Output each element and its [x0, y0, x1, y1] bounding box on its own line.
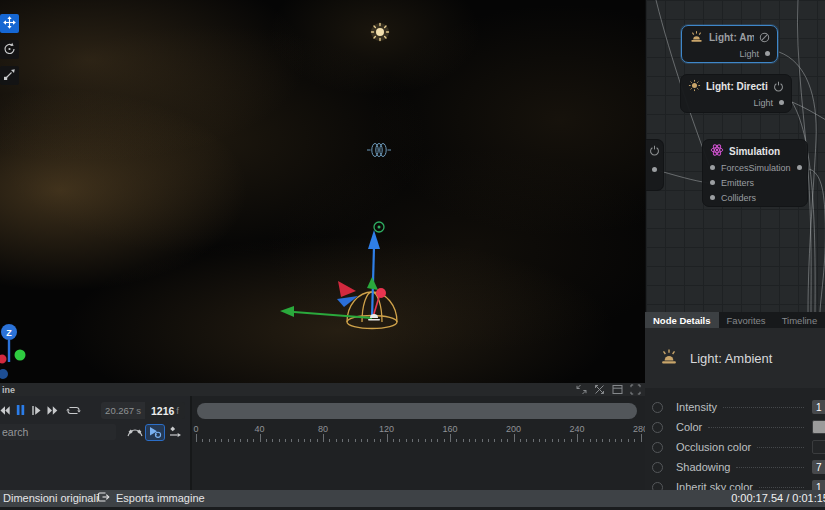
color-swatch[interactable]: [812, 420, 825, 434]
loop-button[interactable]: [65, 402, 82, 419]
gizmo-red-plane-handle[interactable]: [338, 281, 356, 297]
tab-favorites[interactable]: Favorites: [719, 312, 774, 328]
gizmo-x-axis-arrow[interactable]: [280, 306, 372, 318]
ruler-tick: [437, 439, 438, 442]
ruler-label: 160: [442, 424, 457, 434]
move-tool[interactable]: [0, 14, 19, 33]
time-seconds-field[interactable]: 20.267 s: [101, 402, 145, 419]
move-icon: [3, 15, 16, 33]
export-image-button[interactable]: Esporta immagine: [97, 491, 205, 505]
search-input[interactable]: [0, 424, 116, 440]
ruler-tick: [355, 439, 356, 442]
value-field[interactable]: 7: [812, 460, 825, 474]
sun-icon[interactable]: [368, 20, 392, 44]
dotted-leader: [759, 487, 804, 488]
motion-path-icon: [127, 424, 143, 442]
keyframe-toggle[interactable]: [652, 482, 663, 491]
ruler-tick: [444, 439, 445, 442]
turbulence-field-icon[interactable]: [366, 141, 392, 159]
input-port-forces[interactable]: [710, 165, 715, 170]
simulation-atom-icon: [710, 143, 724, 159]
node-editor-panel[interactable]: Light: AmbientLight Light: DirectionalLi…: [645, 0, 825, 312]
ruler-tick: [406, 439, 407, 442]
input-port-colliders[interactable]: [710, 195, 715, 200]
ruler-label: 80: [318, 424, 328, 434]
node-header[interactable]: Simulation: [703, 140, 807, 160]
port-label: Light: [739, 49, 759, 59]
axis-y-handle[interactable]: [15, 350, 26, 361]
axis-negative-handle[interactable]: [0, 369, 8, 379]
ruler-tick: [564, 439, 565, 442]
value-field[interactable]: 1: [812, 400, 825, 414]
keyframe-toggle[interactable]: [652, 442, 663, 453]
power-icon[interactable]: [773, 81, 784, 92]
dock-icon[interactable]: [611, 383, 623, 395]
frame-field[interactable]: 1216 f: [145, 402, 185, 419]
output-port-light[interactable]: [779, 100, 784, 105]
selection-target-icon: [374, 222, 384, 232]
fast-forward-button[interactable]: [44, 402, 61, 419]
original-size-button[interactable]: Dimensioni originali: [3, 492, 98, 504]
pause-button[interactable]: [12, 402, 29, 419]
value-field[interactable]: 1: [812, 480, 825, 490]
frame-unit: f: [176, 405, 179, 416]
gizmo-blue-plane-handle[interactable]: [337, 296, 358, 307]
node-simulation[interactable]: SimulationForcesSimulationEmittersCollid…: [702, 139, 808, 207]
skip-back-button[interactable]: [0, 402, 12, 419]
ruler-tick: [412, 439, 413, 442]
node-header[interactable]: Light: Ambient: [682, 26, 777, 46]
tab-timeline[interactable]: Timeline: [774, 312, 825, 328]
auto-key-toggle[interactable]: [146, 425, 164, 440]
transform-gizmo[interactable]: [280, 215, 405, 340]
ruler-label: 0: [193, 424, 198, 434]
timeline-ruler[interactable]: 04080120160200240280: [192, 424, 645, 442]
timeline-scrollbar[interactable]: [197, 403, 637, 419]
ruler-tick: [425, 439, 426, 442]
rotate-tool[interactable]: [0, 40, 19, 59]
timeline-track-area[interactable]: 04080120160200240280: [192, 396, 645, 490]
ruler-tick: [583, 439, 584, 442]
dotted-leader: [757, 447, 804, 448]
ruler-tick: [240, 439, 241, 442]
input-port-emitters[interactable]: [710, 180, 715, 185]
property-row: Intensity 1: [645, 397, 825, 417]
scale-tool[interactable]: [0, 66, 19, 85]
axis-x-handle[interactable]: [0, 355, 7, 364]
app-root: Z Light: AmbientLight Light: Directional…: [0, 0, 825, 510]
output-port[interactable]: [652, 167, 657, 172]
keyframe-toggle[interactable]: [652, 422, 663, 433]
color-swatch[interactable]: [812, 440, 825, 454]
pop-out-icon[interactable]: [593, 383, 605, 395]
keyframe-toggle[interactable]: [652, 402, 663, 413]
motion-path-toggle[interactable]: [126, 425, 144, 440]
power-icon[interactable]: [649, 145, 660, 156]
move-keys-toggle[interactable]: [166, 425, 184, 440]
ruler-label: 200: [506, 424, 521, 434]
property-row: Inherit sky color 1: [645, 477, 825, 490]
3d-viewport[interactable]: Z: [0, 0, 645, 383]
pop-in-icon[interactable]: [575, 383, 587, 395]
ruler-tick: [615, 439, 616, 442]
node-details-panel: Node DetailsFavoritesTimeline Light: Amb…: [645, 312, 825, 490]
power-off-icon[interactable]: [759, 32, 770, 43]
output-port-light[interactable]: [765, 51, 770, 56]
node-header[interactable]: Light: Directional: [681, 75, 791, 95]
node-partial-offscreen[interactable]: [646, 139, 664, 191]
port-label: Forces: [721, 163, 749, 173]
ruler-tick: [215, 439, 216, 442]
ambient-light-icon: [689, 30, 704, 45]
fullscreen-icon[interactable]: [629, 383, 641, 395]
gizmo-green-plane-handle[interactable]: [367, 277, 378, 290]
gizmo-y-axis-arrow[interactable]: [368, 230, 380, 318]
ruler-tick: [463, 439, 464, 442]
tab-node-details[interactable]: Node Details: [645, 312, 719, 328]
node-ambient[interactable]: Light: AmbientLight: [681, 25, 778, 63]
output-port-simulation[interactable]: [797, 165, 802, 170]
timeline-panel-header[interactable]: ine: [0, 383, 645, 396]
keyframe-toggle[interactable]: [652, 462, 663, 473]
ruler-tick: [552, 439, 553, 442]
axis-orientation-gizmo[interactable]: Z: [0, 322, 31, 382]
frame-value: 1216: [151, 405, 174, 417]
node-directional[interactable]: Light: DirectionalLight: [680, 74, 792, 113]
ruler-tick: [336, 439, 337, 442]
